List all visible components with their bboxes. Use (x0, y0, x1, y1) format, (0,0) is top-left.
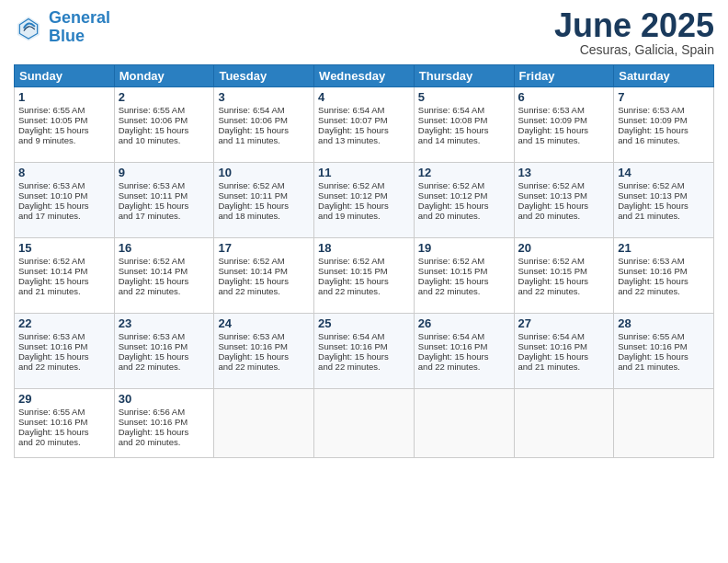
cell-line: Daylight: 15 hours (318, 125, 410, 135)
title-area: June 2025 Cesuras, Galicia, Spain (554, 9, 714, 57)
calendar-cell: 11Sunrise: 6:52 AMSunset: 10:12 PMDaylig… (314, 163, 415, 238)
day-number: 7 (618, 90, 710, 104)
cell-line: Daylight: 15 hours (418, 276, 510, 286)
calendar-week-1: 1Sunrise: 6:55 AMSunset: 10:05 PMDayligh… (15, 87, 714, 163)
calendar-cell: 25Sunrise: 6:54 AMSunset: 10:16 PMDaylig… (314, 314, 415, 389)
cell-line: Sunrise: 6:55 AM (18, 105, 110, 115)
cell-line: Daylight: 15 hours (518, 125, 610, 135)
location-subtitle: Cesuras, Galicia, Spain (554, 42, 714, 57)
cell-line: and 18 minutes. (218, 211, 310, 221)
cell-line: Daylight: 15 hours (218, 125, 310, 135)
calendar-header-row: SundayMondayTuesdayWednesdayThursdayFrid… (15, 65, 714, 87)
cell-line: Sunrise: 6:53 AM (218, 331, 310, 341)
day-number: 16 (119, 241, 210, 255)
cell-line: Daylight: 15 hours (119, 427, 210, 437)
cell-line: Sunrise: 6:54 AM (318, 105, 410, 115)
calendar-cell: 2Sunrise: 6:55 AMSunset: 10:06 PMDayligh… (114, 87, 214, 163)
cell-line: Sunset: 10:16 PM (618, 266, 710, 276)
cell-line: and 15 minutes. (518, 135, 610, 145)
cell-line: and 20 minutes. (518, 211, 610, 221)
day-number: 19 (418, 241, 510, 255)
cell-line: and 14 minutes. (418, 135, 510, 145)
day-number: 8 (18, 166, 110, 179)
cell-line: Sunset: 10:15 PM (318, 266, 410, 276)
cell-line: Daylight: 15 hours (618, 351, 710, 362)
cell-line: Sunset: 10:16 PM (318, 341, 410, 351)
cell-line: Sunset: 10:16 PM (218, 341, 310, 351)
cell-line: and 21 minutes. (18, 286, 110, 296)
cell-line: Sunset: 10:12 PM (418, 190, 510, 201)
cell-line: Sunrise: 6:53 AM (518, 105, 610, 115)
cell-line: Sunrise: 6:54 AM (318, 331, 410, 341)
cell-line: Sunset: 10:16 PM (18, 417, 110, 427)
calendar-cell: 1Sunrise: 6:55 AMSunset: 10:05 PMDayligh… (15, 87, 115, 163)
cell-line: Sunrise: 6:52 AM (518, 180, 610, 190)
calendar-cell (514, 389, 614, 458)
day-header-sunday: Sunday (15, 65, 115, 87)
cell-line: Sunrise: 6:55 AM (618, 331, 710, 341)
cell-line: Daylight: 15 hours (218, 276, 310, 286)
cell-line: Daylight: 15 hours (18, 276, 110, 286)
logo-text: General Blue (49, 9, 110, 46)
calendar-week-3: 15Sunrise: 6:52 AMSunset: 10:14 PMDaylig… (15, 238, 714, 314)
cell-line: Sunrise: 6:53 AM (119, 180, 210, 190)
day-number: 6 (518, 90, 610, 104)
cell-line: Sunrise: 6:52 AM (318, 256, 410, 266)
day-header-saturday: Saturday (614, 65, 714, 87)
day-number: 12 (418, 166, 510, 179)
cell-line: Daylight: 15 hours (318, 201, 410, 211)
cell-line: and 9 minutes. (18, 135, 110, 145)
cell-line: Daylight: 15 hours (518, 351, 610, 362)
cell-line: Sunset: 10:14 PM (18, 266, 110, 276)
calendar-cell: 27Sunrise: 6:54 AMSunset: 10:16 PMDaylig… (514, 314, 614, 389)
logo: General Blue (14, 9, 110, 46)
cell-line: Sunrise: 6:56 AM (119, 407, 210, 417)
logo-general: General (49, 8, 110, 27)
cell-line: Daylight: 15 hours (119, 276, 210, 286)
calendar-cell: 12Sunrise: 6:52 AMSunset: 10:12 PMDaylig… (414, 163, 514, 238)
cell-line: Sunrise: 6:55 AM (18, 407, 110, 417)
cell-line: Sunrise: 6:53 AM (618, 105, 710, 115)
cell-line: Daylight: 15 hours (618, 201, 710, 211)
cell-line: Sunset: 10:07 PM (318, 115, 410, 125)
calendar-cell: 17Sunrise: 6:52 AMSunset: 10:14 PMDaylig… (214, 238, 314, 314)
day-number: 1 (18, 90, 110, 104)
cell-line: Sunrise: 6:55 AM (119, 105, 210, 115)
calendar-week-2: 8Sunrise: 6:53 AMSunset: 10:10 PMDayligh… (15, 163, 714, 238)
calendar-table: SundayMondayTuesdayWednesdayThursdayFrid… (14, 64, 714, 458)
cell-line: Sunrise: 6:52 AM (418, 256, 510, 266)
cell-line: and 10 minutes. (119, 135, 210, 145)
cell-line: Sunset: 10:12 PM (318, 190, 410, 201)
cell-line: and 20 minutes. (18, 437, 110, 447)
cell-line: Sunrise: 6:52 AM (18, 256, 110, 266)
cell-line: Sunrise: 6:52 AM (518, 256, 610, 266)
cell-line: Daylight: 15 hours (518, 201, 610, 211)
cell-line: and 22 minutes. (318, 286, 410, 296)
cell-line: and 21 minutes. (618, 362, 710, 372)
calendar-cell: 20Sunrise: 6:52 AMSunset: 10:15 PMDaylig… (514, 238, 614, 314)
cell-line: Sunrise: 6:52 AM (218, 256, 310, 266)
day-header-thursday: Thursday (414, 65, 514, 87)
cell-line: Daylight: 15 hours (18, 201, 110, 211)
calendar-cell: 21Sunrise: 6:53 AMSunset: 10:16 PMDaylig… (614, 238, 714, 314)
calendar-week-4: 22Sunrise: 6:53 AMSunset: 10:16 PMDaylig… (15, 314, 714, 389)
cell-line: Sunrise: 6:53 AM (618, 256, 710, 266)
day-number: 28 (618, 316, 710, 330)
day-number: 5 (418, 90, 510, 104)
day-number: 2 (119, 90, 210, 104)
calendar-cell: 10Sunrise: 6:52 AMSunset: 10:11 PMDaylig… (214, 163, 314, 238)
cell-line: Sunset: 10:11 PM (119, 190, 210, 201)
cell-line: and 22 minutes. (418, 286, 510, 296)
cell-line: Sunrise: 6:52 AM (318, 180, 410, 190)
day-header-monday: Monday (114, 65, 214, 87)
cell-line: Sunset: 10:09 PM (518, 115, 610, 125)
cell-line: Sunrise: 6:52 AM (218, 180, 310, 190)
logo-icon (14, 13, 43, 42)
calendar-cell: 5Sunrise: 6:54 AMSunset: 10:08 PMDayligh… (414, 87, 514, 163)
cell-line: Daylight: 15 hours (18, 351, 110, 362)
cell-line: Sunset: 10:14 PM (218, 266, 310, 276)
cell-line: Sunset: 10:14 PM (119, 266, 210, 276)
calendar-cell: 30Sunrise: 6:56 AMSunset: 10:16 PMDaylig… (114, 389, 214, 458)
cell-line: Sunset: 10:16 PM (119, 417, 210, 427)
cell-line: Sunrise: 6:53 AM (18, 331, 110, 341)
